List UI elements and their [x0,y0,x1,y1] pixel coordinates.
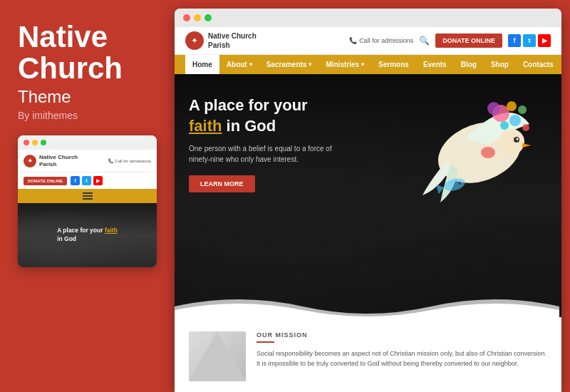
mobile-browser-bar [18,135,157,150]
site-hero-button[interactable]: LEARN MORE [189,175,255,192]
mission-text-area: OUR MISSION Social responsibility become… [256,331,547,369]
left-panel: Native Church Theme By imithemes ✦ Nativ… [0,0,175,392]
site-social-icons: f t ▶ [508,34,551,47]
svg-point-7 [500,121,509,130]
nav-item-events[interactable]: Events [416,55,454,74]
site-phone-icon: 📞 [349,37,357,44]
site-hero-faith-word: faith [189,117,222,135]
theme-title-line2: Church [18,51,123,85]
svg-point-4 [518,105,527,114]
nav-item-blog[interactable]: Blog [454,55,484,74]
site-twitter-icon[interactable]: t [523,34,536,47]
svg-point-5 [487,102,500,115]
desktop-dot-yellow [194,14,201,21]
site-logo-text: Native Church Parish [208,31,256,50]
mobile-donate-button[interactable]: DONATE ONLINE [24,177,67,185]
wave-divider [175,289,559,317]
nav-sacraments-arrow: ▾ [309,61,311,68]
site-header-right: 📞 Call for admissions 🔍 DONATE ONLINE f … [349,33,551,48]
nav-item-sacraments[interactable]: Sacraments ▾ [259,55,319,74]
mission-image [189,331,246,381]
theme-title-block: Native Church Theme By imithemes [18,21,157,121]
mission-label: OUR MISSION [256,331,547,339]
hero-bird-illustration [408,81,551,210]
svg-point-10 [517,138,519,140]
mission-image-shape [189,331,246,381]
site-header: ✦ Native Church Parish 📞 Call for admiss… [175,27,561,55]
mobile-call-text: 📞 Call for admissions [108,158,151,163]
site-donate-button[interactable]: DONATE ONLINE [435,33,502,48]
site-hero-subtitle: One person with a belief is equal to a f… [189,143,346,165]
desktop-dot-red [183,14,190,21]
mobile-hero: A place for your faithin God [18,203,157,267]
hamburger-line-1 [83,192,93,194]
mission-section: OUR MISSION Social responsibility become… [175,317,561,392]
site-logo-icon: ✦ [185,31,204,50]
mobile-logo-icon: ✦ [24,155,36,167]
svg-point-13 [458,182,461,185]
hamburger-line-2 [83,195,93,197]
site-youtube-icon[interactable]: ▶ [538,34,551,47]
site-hero-title: A place for your faith in God [189,96,373,136]
nav-ministries-arrow: ▾ [361,61,364,68]
desktop-browser-bar [175,9,561,27]
nav-item-ministries[interactable]: Ministries ▾ [318,55,371,74]
svg-point-3 [507,101,517,111]
mobile-youtube-icon[interactable]: ▶ [93,176,103,185]
site-nav: Home About ▾ Sacraments ▾ Ministries ▾ S… [175,55,561,74]
nav-item-sermons[interactable]: Sermons [371,55,416,74]
site-facebook-icon[interactable]: f [508,34,521,47]
mobile-dot-red [24,140,29,145]
svg-point-8 [499,129,524,155]
mobile-dot-yellow [32,140,38,145]
mobile-social-icons: f t ▶ [71,176,103,185]
mobile-phone-icon: 📞 [108,158,113,163]
site-hero-content: A place for your faith in God One person… [175,74,388,214]
theme-author: By imithemes [18,110,157,121]
mobile-twitter-icon[interactable]: t [82,176,91,185]
mobile-logo-area: ✦ Native ChurchParish [24,154,78,167]
nav-item-contacts[interactable]: Contacts [516,55,561,74]
mobile-hero-text: A place for your faithin God [50,227,125,244]
site-hero: A place for your faith in God One person… [175,74,561,317]
site-logo-area: ✦ Native Church Parish [185,31,256,50]
theme-title-line1: Native [18,20,108,53]
svg-point-11 [481,147,495,158]
nav-about-arrow: ▾ [249,61,252,68]
nav-item-shop[interactable]: Shop [484,55,516,74]
svg-point-2 [509,115,521,126]
svg-point-6 [522,124,529,131]
website-content: ✦ Native Church Parish 📞 Call for admiss… [175,27,561,392]
mobile-donate-row: DONATE ONLINE f t ▶ [18,172,157,189]
theme-title: Native Church [18,21,157,84]
mobile-dot-green [41,140,46,145]
nav-item-home[interactable]: Home [185,55,219,74]
site-search-icon[interactable]: 🔍 [419,36,430,46]
mobile-facebook-icon[interactable]: f [71,176,80,185]
site-call-text: 📞 Call for admissions [349,37,413,44]
nav-item-about[interactable]: About ▾ [219,55,259,74]
hamburger-line-3 [83,198,93,200]
mobile-hamburger[interactable] [18,189,157,203]
theme-subtitle: Theme [18,87,157,107]
mobile-preview: ✦ Native ChurchParish 📞 Call for admissi… [18,135,157,267]
desktop-dot-green [204,14,212,21]
mobile-hero-faith-word: faith [105,227,118,234]
mission-body: Social responsibility becomes an aspect … [256,349,547,369]
browser-window: ✦ Native Church Parish 📞 Call for admiss… [175,9,561,392]
mission-divider [256,341,274,343]
mobile-logo-text: Native ChurchParish [39,154,78,167]
hamburger-icon [83,192,93,200]
mobile-header: ✦ Native ChurchParish 📞 Call for admissi… [18,150,157,172]
